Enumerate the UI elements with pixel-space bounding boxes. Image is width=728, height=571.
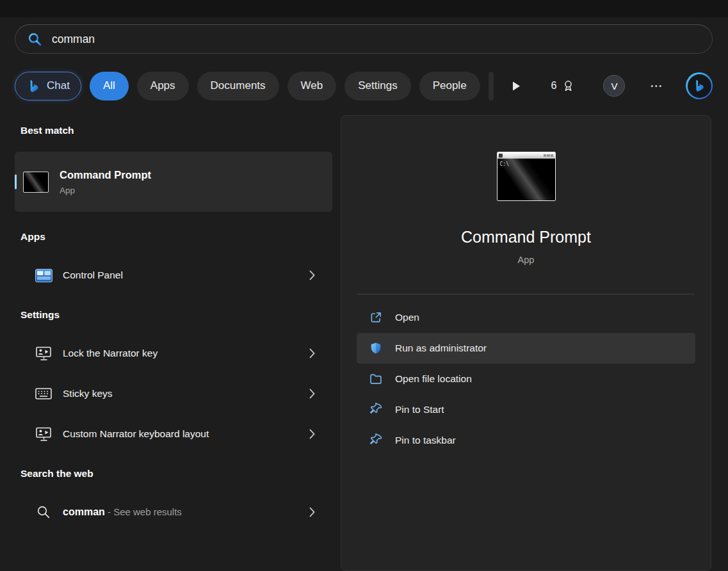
chat-tab-label: Chat bbox=[47, 79, 70, 92]
pin-icon bbox=[369, 403, 383, 417]
action-run-as-administrator[interactable]: Run as administrator bbox=[357, 333, 695, 364]
action-pin-to-start[interactable]: Pin to Start bbox=[357, 394, 695, 425]
tab-web[interactable]: Web bbox=[287, 72, 337, 101]
filter-bar: Chat All Apps Documents Web Settings Peo… bbox=[15, 71, 713, 101]
action-list: Open Run as administrator bbox=[357, 302, 695, 456]
chevron-right-icon bbox=[309, 348, 315, 358]
bing-chat-icon bbox=[26, 79, 41, 93]
bing-logo-icon[interactable] bbox=[686, 72, 713, 99]
folder-icon bbox=[369, 372, 383, 386]
more-options-icon[interactable]: ••• bbox=[651, 83, 663, 90]
best-match-subtitle: App bbox=[60, 186, 151, 195]
rewards-medal-icon bbox=[562, 79, 575, 93]
preview-title: Command Prompt bbox=[341, 228, 711, 246]
action-label: Open bbox=[395, 312, 419, 323]
chevron-right-icon bbox=[309, 429, 315, 439]
open-external-icon bbox=[369, 310, 383, 325]
search-input[interactable] bbox=[52, 33, 700, 46]
search-the-web-heading: Search the web bbox=[15, 468, 332, 479]
chevron-right-icon bbox=[309, 389, 315, 399]
best-match-item[interactable]: Command Prompt App bbox=[15, 152, 332, 212]
result-sticky-keys[interactable]: Sticky keys bbox=[15, 378, 332, 410]
rewards-counter[interactable]: 6 bbox=[551, 79, 576, 93]
results-panel: Best match Command Prompt App Apps bbox=[15, 115, 332, 528]
result-custom-narrator-layout[interactable]: Custom Narrator keyboard layout bbox=[15, 418, 332, 450]
show-more-tabs-icon[interactable] bbox=[512, 81, 521, 91]
result-lock-narrator-key[interactable]: Lock the Narrator key bbox=[15, 337, 332, 369]
tab-settings[interactable]: Settings bbox=[344, 72, 410, 101]
bing-logo-inner bbox=[688, 74, 711, 98]
tab-people[interactable]: People bbox=[419, 72, 480, 101]
tab-overflow-partial[interactable] bbox=[489, 72, 494, 101]
admin-shield-icon bbox=[369, 341, 383, 355]
chevron-right-icon bbox=[309, 507, 315, 517]
action-label: Run as administrator bbox=[395, 342, 487, 354]
chevron-right-icon bbox=[309, 270, 315, 280]
action-open[interactable]: Open bbox=[357, 302, 695, 333]
search-icon bbox=[28, 32, 42, 47]
cmd-icon-text: C:\ bbox=[500, 161, 509, 167]
command-prompt-icon-large: C:\ bbox=[497, 152, 556, 201]
control-panel-icon bbox=[35, 269, 53, 282]
tab-all[interactable]: All bbox=[90, 72, 129, 101]
selection-indicator bbox=[15, 175, 17, 189]
settings-heading: Settings bbox=[15, 309, 332, 321]
result-label: Lock the Narrator key bbox=[63, 348, 158, 359]
action-pin-to-taskbar[interactable]: Pin to taskbar bbox=[357, 425, 695, 456]
result-label: Sticky keys bbox=[63, 388, 113, 399]
command-prompt-icon bbox=[23, 172, 49, 193]
web-suffix-text: - See web results bbox=[105, 506, 182, 517]
result-label: Control Panel bbox=[63, 269, 123, 281]
apps-heading: Apps bbox=[15, 231, 332, 243]
action-open-file-location[interactable]: Open file location bbox=[357, 364, 695, 394]
best-match-heading: Best match bbox=[15, 115, 332, 136]
user-avatar[interactable]: V bbox=[603, 75, 625, 97]
rewards-count: 6 bbox=[551, 80, 557, 92]
search-bar[interactable] bbox=[15, 24, 713, 54]
result-web-search[interactable]: comman - See web results bbox=[15, 496, 332, 528]
pin-icon bbox=[369, 433, 383, 447]
preview-divider bbox=[357, 294, 695, 294]
action-label: Open file location bbox=[395, 373, 472, 385]
preview-subtitle: App bbox=[341, 255, 711, 265]
search-outline-icon bbox=[35, 505, 53, 519]
keyboard-icon bbox=[35, 388, 53, 399]
narrator-display-icon bbox=[35, 427, 53, 442]
action-label: Pin to Start bbox=[395, 404, 444, 415]
preview-panel: C:\ Command Prompt App Open bbox=[341, 115, 711, 571]
action-label: Pin to taskbar bbox=[395, 435, 456, 446]
chat-tab[interactable]: Chat bbox=[15, 72, 81, 101]
tab-documents[interactable]: Documents bbox=[197, 72, 279, 101]
result-label: Custom Narrator keyboard layout bbox=[63, 428, 209, 440]
best-match-title: Command Prompt bbox=[60, 169, 151, 181]
web-query-text: comman bbox=[63, 506, 105, 517]
filter-bar-right: 6 V ••• bbox=[502, 72, 713, 99]
tab-apps[interactable]: Apps bbox=[137, 72, 189, 101]
result-control-panel[interactable]: Control Panel bbox=[15, 259, 332, 291]
narrator-display-icon bbox=[35, 346, 53, 361]
search-flyout: Chat All Apps Documents Web Settings Peo… bbox=[0, 0, 728, 571]
